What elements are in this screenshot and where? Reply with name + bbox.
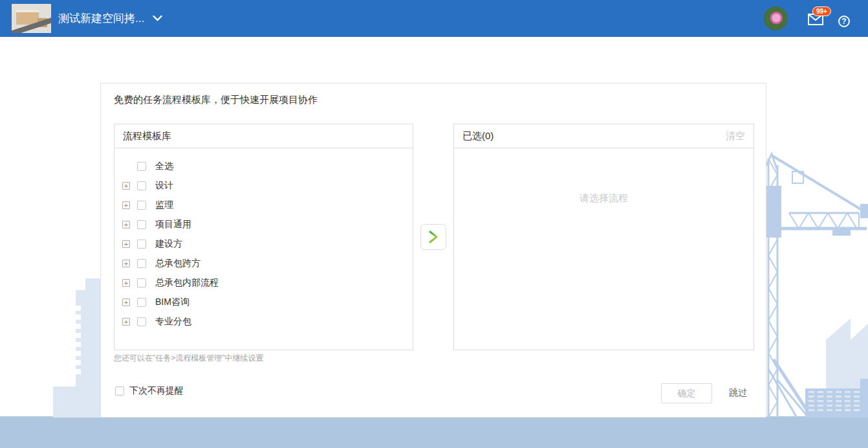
tree-row: + 监理 — [114, 196, 413, 215]
tree-item-label[interactable]: 专业分包 — [155, 316, 191, 328]
tree-item-label[interactable]: 总承包内部流程 — [155, 277, 219, 289]
tree-item-label[interactable]: 总承包跨方 — [155, 258, 201, 269]
selected-panel: 已选(0) 清空 请选择流程 — [453, 124, 754, 350]
project-title: 测试新建空间拷... — [58, 11, 144, 26]
expand-plus-icon[interactable]: + — [122, 182, 130, 190]
dont-remind-checkbox[interactable] — [115, 386, 124, 396]
item-checkbox[interactable] — [137, 298, 146, 307]
select-all-checkbox[interactable] — [137, 162, 146, 171]
bottom-band-decoration — [0, 416, 868, 448]
tree-item-label[interactable]: 设计 — [155, 180, 173, 192]
left-building-silhouette — [36, 275, 100, 418]
expand-plus-icon[interactable]: + — [122, 221, 130, 229]
template-tree: 全选 + 设计 + 监理 + 项目通用 + — [114, 148, 413, 331]
tree-row: + 专业分包 — [114, 312, 413, 331]
tree-row: + 项目通用 — [114, 215, 413, 234]
messages-button[interactable]: 99+ — [808, 7, 834, 29]
expand-plus-icon[interactable]: + — [122, 318, 130, 326]
arrow-right-icon — [428, 230, 439, 244]
item-checkbox[interactable] — [137, 181, 146, 190]
library-panel-title: 流程模板库 — [123, 124, 171, 148]
tree-item-label[interactable]: 项目通用 — [155, 219, 191, 230]
item-checkbox[interactable] — [137, 317, 146, 326]
tree-row: + 总承包内部流程 — [114, 273, 413, 293]
expand-plus-icon[interactable]: + — [122, 201, 130, 209]
page: 测试新建空间拷... 99+ ? 免费的任务流程模板库，便于快速开展项目协作 流… — [0, 0, 868, 448]
item-checkbox[interactable] — [137, 201, 146, 210]
move-to-selected-button[interactable] — [420, 224, 446, 250]
empty-placeholder: 请选择流程 — [454, 192, 754, 205]
clear-button[interactable]: 清空 — [726, 124, 745, 148]
dont-remind-label[interactable]: 下次不再提醒 — [129, 385, 184, 397]
select-all-label[interactable]: 全选 — [155, 161, 173, 172]
selected-panel-header: 已选(0) 清空 — [454, 124, 754, 148]
user-avatar[interactable] — [764, 6, 788, 30]
item-checkbox[interactable] — [137, 240, 146, 249]
tree-item-label[interactable]: 建设方 — [155, 238, 182, 250]
selected-panel-title: 已选(0) — [462, 124, 494, 148]
template-library-dialog: 免费的任务流程模板库，便于快速开展项目协作 流程模板库 全选 + 设计 + — [100, 83, 766, 418]
tree-row: + 设计 — [114, 176, 413, 196]
expand-plus-icon[interactable]: + — [122, 298, 130, 306]
expand-plus-icon[interactable]: + — [122, 279, 130, 287]
dialog-title: 免费的任务流程模板库，便于快速开展项目协作 — [114, 94, 318, 106]
tree-row: + BIM咨询 — [114, 293, 413, 312]
crane-and-factory-silhouette — [763, 146, 868, 418]
tree-item-label[interactable]: 监理 — [155, 199, 173, 211]
confirm-button[interactable]: 确定 — [661, 383, 712, 403]
tree-row: + 建设方 — [114, 234, 413, 254]
expand-plus-icon[interactable]: + — [122, 260, 130, 267]
help-icon[interactable]: ? — [838, 16, 850, 27]
item-checkbox[interactable] — [137, 259, 146, 268]
item-checkbox[interactable] — [137, 278, 146, 287]
tree-item-label[interactable]: BIM咨询 — [155, 297, 190, 308]
item-checkbox[interactable] — [137, 220, 146, 229]
skip-button[interactable]: 跳过 — [729, 387, 747, 399]
tree-row-select-all: 全选 — [114, 157, 413, 176]
chevron-down-icon — [153, 16, 162, 21]
library-panel-header: 流程模板库 — [114, 124, 413, 148]
project-thumbnail[interactable] — [12, 4, 51, 33]
settings-hint: 您还可以在"任务>流程模板管理"中继续设置 — [114, 353, 264, 364]
dont-remind-row: 下次不再提醒 — [115, 385, 184, 397]
project-switcher[interactable]: 测试新建空间拷... — [58, 0, 162, 37]
template-library-panel: 流程模板库 全选 + 设计 + 监理 — [114, 124, 413, 350]
expand-plus-icon[interactable]: + — [122, 240, 130, 248]
tree-row: + 总承包跨方 — [114, 254, 413, 273]
notification-badge: 99+ — [812, 6, 831, 16]
app-header: 测试新建空间拷... 99+ ? — [0, 0, 868, 37]
